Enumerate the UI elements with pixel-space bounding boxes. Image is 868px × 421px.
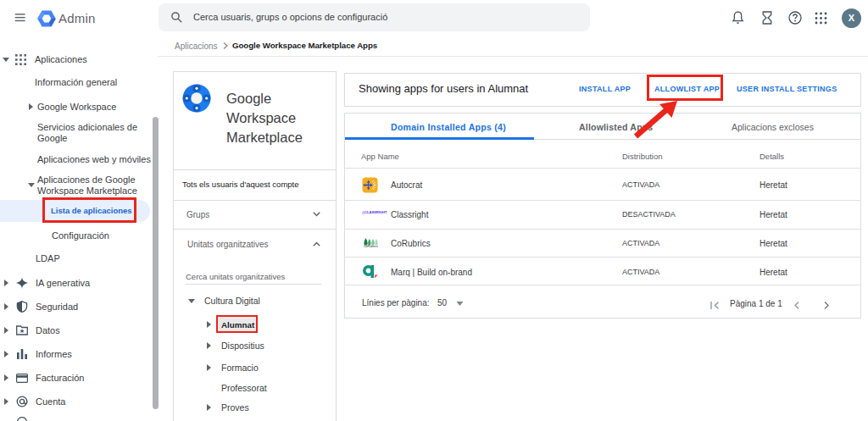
svg-text:CoRubrics: CoRubrics — [364, 245, 378, 247]
